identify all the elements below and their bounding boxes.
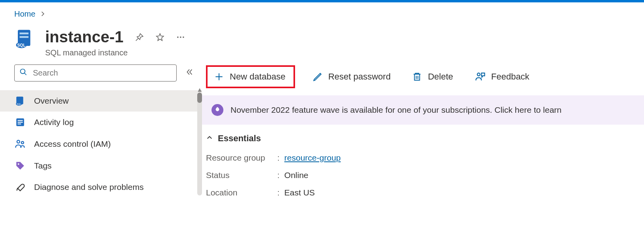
delete-label: Delete bbox=[428, 72, 453, 82]
breadcrumb: Home bbox=[0, 2, 644, 19]
delete-button[interactable]: Delete bbox=[408, 69, 457, 84]
essentials-row-location: Location : East US bbox=[206, 184, 644, 201]
feedback-button[interactable]: Feedback bbox=[471, 69, 533, 85]
scrollbar-track[interactable] bbox=[197, 93, 202, 195]
info-banner[interactable]: November 2022 feature wave is available … bbox=[202, 95, 644, 125]
svg-text:SQL: SQL bbox=[17, 43, 26, 47]
page-subtitle: SQL managed instance bbox=[45, 48, 187, 57]
colon: : bbox=[277, 171, 284, 180]
essentials-table: Resource group : resource-group Status :… bbox=[202, 149, 644, 201]
sql-instance-icon: SQL bbox=[14, 96, 26, 106]
sidebar-item-tags[interactable]: Tags bbox=[0, 155, 202, 176]
svg-rect-14 bbox=[18, 122, 23, 123]
svg-point-7 bbox=[183, 36, 184, 38]
main-content: New database Reset password Delete Feedb… bbox=[202, 61, 644, 201]
svg-rect-15 bbox=[18, 123, 21, 124]
svg-point-16 bbox=[17, 140, 20, 143]
colon: : bbox=[277, 153, 284, 163]
breadcrumb-home-link[interactable]: Home bbox=[14, 9, 35, 19]
tags-icon bbox=[14, 161, 26, 171]
more-actions-button[interactable] bbox=[174, 31, 187, 44]
nav-list: ▲ SQL Overview Activity log A bbox=[0, 90, 202, 198]
sidebar-item-label: Tags bbox=[34, 161, 51, 171]
search-input-wrapper[interactable] bbox=[14, 64, 177, 81]
highlight-annotation: New database bbox=[206, 65, 295, 88]
feedback-icon bbox=[474, 71, 486, 82]
sql-managed-instance-icon: SQL bbox=[14, 28, 36, 49]
search-icon bbox=[19, 68, 27, 78]
rocket-icon bbox=[211, 104, 223, 116]
favorite-button[interactable] bbox=[154, 31, 166, 44]
command-toolbar: New database Reset password Delete Feedb… bbox=[202, 63, 644, 95]
essentials-label: Status bbox=[206, 171, 277, 180]
sidebar-item-label: Access control (IAM) bbox=[34, 139, 111, 149]
sidebar-item-diagnose[interactable]: Diagnose and solve problems bbox=[0, 176, 202, 198]
essentials-toggle[interactable]: Essentials bbox=[202, 125, 644, 149]
feedback-label: Feedback bbox=[491, 72, 530, 82]
status-value: Online bbox=[284, 171, 309, 180]
pin-button[interactable] bbox=[133, 31, 146, 44]
sidebar-item-activity-log[interactable]: Activity log bbox=[0, 112, 202, 133]
sidebar-item-label: Diagnose and solve problems bbox=[34, 182, 144, 192]
svg-point-5 bbox=[177, 36, 179, 38]
collapse-sidebar-button[interactable] bbox=[185, 68, 194, 79]
page-title: instance-1 bbox=[45, 28, 124, 46]
trash-icon bbox=[412, 72, 422, 82]
svg-point-18 bbox=[18, 163, 19, 165]
svg-point-19 bbox=[477, 73, 480, 76]
essentials-row-resource-group: Resource group : resource-group bbox=[206, 149, 644, 167]
pencil-icon bbox=[312, 72, 323, 82]
page-header: SQL instance-1 SQL managed instance bbox=[0, 19, 644, 61]
sidebar-item-access-control[interactable]: Access control (IAM) bbox=[0, 133, 202, 155]
essentials-header-label: Essentials bbox=[218, 133, 261, 144]
search-input[interactable] bbox=[32, 68, 171, 78]
diagnose-icon bbox=[14, 182, 26, 192]
svg-point-8 bbox=[21, 69, 25, 74]
svg-point-17 bbox=[21, 142, 24, 144]
resource-group-link[interactable]: resource-group bbox=[284, 153, 341, 162]
location-value: East US bbox=[284, 188, 315, 197]
reset-password-label: Reset password bbox=[328, 72, 391, 82]
reset-password-button[interactable]: Reset password bbox=[309, 69, 395, 84]
svg-rect-1 bbox=[20, 32, 29, 34]
essentials-label: Location bbox=[206, 188, 277, 197]
svg-rect-2 bbox=[20, 36, 29, 38]
sidebar-item-label: Overview bbox=[34, 96, 69, 106]
scrollbar-thumb[interactable] bbox=[197, 93, 202, 103]
essentials-label: Resource group bbox=[206, 153, 277, 163]
svg-rect-13 bbox=[18, 120, 23, 121]
chevron-up-icon bbox=[206, 133, 213, 144]
svg-text:SQL: SQL bbox=[17, 103, 21, 105]
new-database-button[interactable]: New database bbox=[210, 69, 290, 84]
activity-log-icon bbox=[14, 117, 26, 127]
svg-point-6 bbox=[180, 36, 181, 38]
essentials-row-status: Status : Online bbox=[206, 167, 644, 184]
sidebar: ▲ SQL Overview Activity log A bbox=[0, 61, 202, 198]
plus-icon bbox=[214, 72, 224, 82]
chevron-right-icon bbox=[40, 9, 46, 19]
sidebar-item-label: Activity log bbox=[34, 117, 74, 127]
access-control-icon bbox=[14, 138, 26, 150]
colon: : bbox=[277, 188, 284, 197]
new-database-label: New database bbox=[230, 72, 286, 82]
banner-text: November 2022 feature wave is available … bbox=[231, 105, 562, 115]
sidebar-item-overview[interactable]: SQL Overview bbox=[0, 90, 202, 112]
